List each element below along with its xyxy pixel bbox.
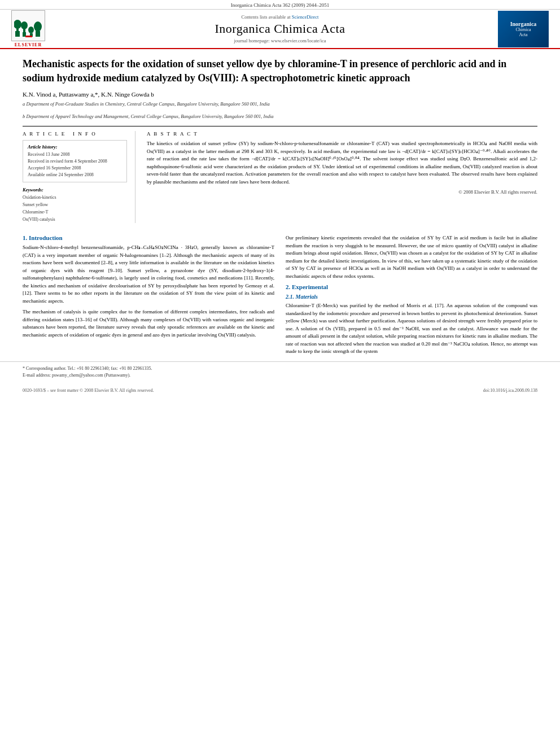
materials-text: Chloramine-T (E-Merck) was purified by t… — [286, 302, 537, 356]
journal-center: Contents lists available at ScienceDirec… — [215, 14, 345, 43]
body-left: 1. Introduction Sodium-N-chloro-4-methyl… — [23, 234, 274, 359]
experimental-title: 2. Experimental — [286, 283, 537, 290]
journal-title: Inorganica Chimica Acta — [215, 21, 345, 36]
authors: K.N. Vinod a, Puttaswamy a,*, K.N. Ninge… — [23, 91, 537, 98]
sciencedirect-label: Contents lists available at ScienceDirec… — [215, 14, 345, 20]
keywords-list: Oxidation-kinetics Sunset yellow Chloram… — [23, 194, 127, 223]
keywords-block: Keywords: Oxidation-kinetics Sunset yell… — [23, 187, 127, 223]
elsevier-logo-image — [11, 10, 45, 41]
footnote-corresponding: * Corresponding author. Tel.: +91 80 229… — [23, 365, 537, 372]
doi-text: doi:10.1016/j.ica.2008.09.138 — [483, 388, 537, 393]
intro-title: 1. Introduction — [23, 234, 274, 241]
svg-rect-10 — [25, 36, 32, 37]
journal-header: ELSEVIER Contents lists available at Sci… — [0, 10, 560, 49]
article-two-col: A R T I C L E I N F O Article history: R… — [23, 131, 537, 223]
divider — [23, 126, 537, 126]
article-content: Mechanistic aspects for the oxidation of… — [0, 49, 560, 229]
svg-point-7 — [28, 27, 34, 33]
svg-point-2 — [14, 20, 21, 29]
body-right: Our preliminary kinetic experiments reve… — [286, 234, 537, 359]
keyword-2: Sunset yellow — [23, 202, 127, 209]
journal-homepage: journal homepage: www.elsevier.com/locat… — [215, 38, 345, 43]
abstract-header: A B S T R A C T — [147, 131, 537, 137]
logo-title-text: Inorganica — [510, 21, 537, 27]
issn-text: 0020-1693/$ – see front matter © 2008 El… — [23, 388, 154, 393]
elsevier-logo: ELSEVIER — [11, 10, 45, 47]
received-date: Received 13 June 2008 — [28, 151, 122, 158]
logo-sub2-text: Acta — [519, 32, 527, 37]
intro-p1: Sodium-N-chloro-4-methyl benzenesulfonam… — [23, 244, 274, 305]
copyright: © 2008 Elsevier B.V. All rights reserved… — [147, 189, 537, 195]
journal-citation: Inorganica Chimica Acta 362 (2009) 2044–… — [0, 0, 560, 10]
article-info-col: A R T I C L E I N F O Article history: R… — [23, 131, 135, 223]
keyword-3: Chloramine-T — [23, 209, 127, 216]
article-info-header: A R T I C L E I N F O — [23, 131, 127, 137]
affiliation-a: a Department of Post-Graduate Studies in… — [23, 101, 537, 108]
sciencedirect-link[interactable]: ScienceDirect — [292, 14, 319, 20]
keyword-1: Oxidation-kinetics — [23, 194, 127, 202]
journal-logo-right: Inorganica Chimica Acta — [498, 11, 549, 47]
materials-title: 2.1. Materials — [286, 294, 537, 300]
abstract-text: The kinetics of oxidation of sunset yell… — [147, 140, 537, 186]
keyword-4: Os(VIII) catalysis — [23, 216, 127, 224]
history-label: Article history: — [28, 144, 122, 150]
svg-rect-8 — [36, 31, 40, 37]
article-history-block: Article history: Received 13 June 2008 R… — [23, 140, 127, 182]
intro-p2: The mechanism of catalysis is quite comp… — [23, 308, 274, 339]
available-date: Available online 24 September 2008 — [28, 172, 122, 178]
affiliation-b: b Department of Apparel Technology and M… — [23, 113, 537, 120]
accepted-date: Accepted 16 September 2008 — [28, 165, 122, 172]
footnote-area: * Corresponding author. Tel.: +91 80 229… — [0, 361, 560, 382]
keywords-label: Keywords: — [23, 187, 127, 193]
abstract-col: A B S T R A C T The kinetics of oxidatio… — [147, 131, 537, 223]
revised-date: Received in revised form 4 September 200… — [28, 158, 122, 165]
right-p1: Our preliminary kinetic experiments reve… — [286, 234, 537, 280]
article-title: Mechanistic aspects for the oxidation of… — [23, 57, 537, 85]
elsevier-text: ELSEVIER — [15, 42, 42, 47]
svg-point-9 — [34, 21, 42, 32]
logo-subtitle-text: Chimica — [515, 27, 531, 32]
body-section: 1. Introduction Sodium-N-chloro-4-methyl… — [0, 234, 560, 359]
footnote-email: E-mail address: pswamy_chem@yahoo.com (P… — [23, 372, 537, 379]
svg-point-5 — [21, 21, 28, 29]
bottom-bar: 0020-1693/$ – see front matter © 2008 El… — [0, 386, 560, 395]
